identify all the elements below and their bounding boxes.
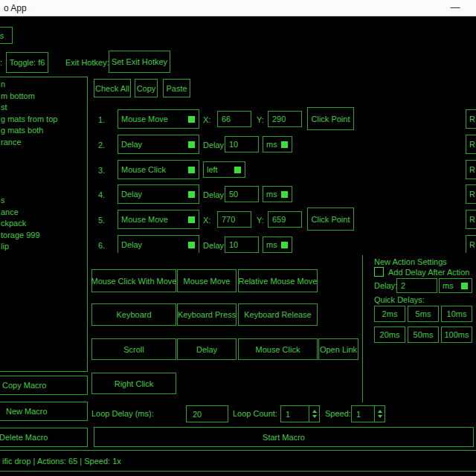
action-row: 6. Delay Delay ms R [89, 235, 476, 253]
macro-list-item[interactable]: g mats from top [0, 114, 87, 126]
quick-delay-20ms-button[interactable]: 20ms [374, 327, 405, 343]
quick-delay-5ms-button[interactable]: 5ms [408, 306, 439, 322]
add-right-click-button[interactable]: Right Click [91, 373, 176, 394]
macro-list-item[interactable]: rance [0, 137, 87, 149]
delay-input[interactable] [225, 186, 259, 202]
stepper-arrows[interactable] [374, 406, 385, 422]
nas-delay-unit-dropdown[interactable]: ms [439, 278, 472, 293]
toggle-hotkey-button[interactable]: Toggle: f6 [6, 52, 48, 73]
action-number: 5. [98, 216, 105, 225]
remove-action-button[interactable]: R [466, 235, 476, 253]
loop-count-label: Loop Count: [233, 409, 277, 419]
action-type-dropdown[interactable]: Mouse Click [118, 160, 199, 179]
click-point-button[interactable]: Click Point [307, 107, 354, 130]
x-input[interactable] [217, 211, 251, 228]
macro-list-item[interactable] [0, 149, 87, 161]
quick-delay-50ms-button[interactable]: 50ms [408, 327, 439, 343]
quick-delay-100ms-button[interactable]: 100ms [441, 327, 472, 343]
add-delay-button[interactable]: Delay [177, 338, 237, 360]
quick-delay-2ms-button[interactable]: 2ms [374, 306, 405, 322]
loop-delay-input[interactable] [186, 405, 228, 422]
x-input[interactable] [217, 111, 251, 127]
remove-action-button[interactable]: R [466, 135, 476, 154]
add-mouse-click-with-move-button[interactable]: Mouse Click With Move [91, 269, 176, 292]
set-exit-hotkey-button[interactable]: Set Exit Hotkey [109, 51, 170, 73]
action-number: 4. [98, 190, 105, 199]
add-mouse-click-button[interactable]: Mouse Click [238, 338, 318, 360]
action-number: 1. [98, 115, 105, 124]
stepper-up-icon[interactable] [312, 410, 317, 413]
action-row: 1. Mouse Move X: Y: Click Point R [89, 109, 476, 133]
action-type-dropdown[interactable]: Delay [118, 184, 199, 204]
stepper-down-icon[interactable] [378, 415, 382, 418]
click-point-button[interactable]: Click Point [307, 208, 354, 231]
macro-list-item[interactable]: n [0, 79, 87, 91]
stepper-down-icon[interactable] [312, 415, 317, 418]
check-all-button[interactable]: Check All [94, 79, 131, 97]
remove-action-button[interactable]: R [466, 109, 476, 129]
action-type-dropdown[interactable]: Mouse Move [118, 210, 199, 229]
add-delay-after-action-checkbox[interactable] [374, 267, 384, 277]
action-type-dropdown[interactable]: Delay [118, 235, 199, 253]
add-keyboard-release-button[interactable]: Keyboard Release [238, 303, 318, 326]
action-number: 2. [98, 141, 105, 149]
dropdown-indicator-icon [188, 216, 195, 223]
remove-action-button[interactable]: R [466, 210, 476, 229]
add-relative-mouse-move-button[interactable]: Relative Mouse Move [238, 269, 318, 292]
stepper-up-icon[interactable] [378, 410, 382, 413]
speed-stepper[interactable] [351, 405, 385, 422]
delay-input[interactable] [225, 136, 259, 152]
action-type-dropdown[interactable]: Delay [118, 135, 199, 154]
tab-settings[interactable]: gs [0, 27, 13, 44]
add-open-link-button[interactable]: Open Link [318, 338, 358, 360]
dropdown-indicator-icon [234, 167, 241, 173]
delete-macro-button[interactable]: Delete Macro [0, 428, 88, 447]
macro-list-item[interactable]: ance [0, 207, 87, 219]
start-macro-button[interactable]: Start Macro [94, 427, 474, 447]
copy-macro-button[interactable]: Copy Macro [0, 376, 88, 395]
delay-unit-dropdown[interactable]: ms [263, 136, 292, 152]
macro-list-item[interactable]: st [0, 102, 87, 114]
macro-list-item[interactable] [0, 183, 87, 195]
macro-list-item[interactable]: lip [0, 241, 87, 253]
mouse-button-dropdown[interactable]: left [203, 161, 245, 178]
add-keyboard-press-button[interactable]: Keyboard Press [177, 303, 237, 326]
action-type-dropdown[interactable]: Mouse Move [118, 109, 199, 129]
nas-delay-input[interactable] [396, 278, 437, 293]
loop-count-stepper[interactable] [280, 405, 320, 422]
add-mouse-move-button[interactable]: Mouse Move [177, 269, 237, 292]
delay-label: Delay [203, 190, 224, 200]
macro-list-item[interactable] [0, 160, 87, 172]
copy-actions-button[interactable]: Copy [135, 79, 158, 97]
speed-input[interactable] [352, 406, 374, 422]
titlebar: o App — [0, 0, 476, 16]
quick-delay-10ms-button[interactable]: 10ms [441, 306, 472, 322]
macro-list-item[interactable] [0, 172, 87, 184]
action-number: 3. [98, 166, 105, 175]
y-input[interactable] [268, 211, 302, 228]
add-keyboard-button[interactable]: Keyboard [91, 303, 176, 326]
action-row: 2. Delay Delay ms R [89, 135, 476, 158]
status-bar: ific drop | Actions: 65 | Speed: 1x [0, 450, 476, 472]
delay-unit-dropdown[interactable]: ms [263, 237, 292, 253]
y-input[interactable] [268, 111, 302, 127]
delay-unit-dropdown[interactable]: ms [263, 186, 292, 202]
macro-list[interactable]: n m bottom st g mats from top g mats bot… [0, 77, 88, 372]
macro-list-item[interactable]: s [0, 195, 87, 207]
remove-action-button[interactable]: R [466, 184, 476, 204]
stepper-arrows[interactable] [309, 406, 319, 422]
macro-list-item[interactable]: m bottom [0, 91, 87, 103]
macro-list-item[interactable]: torage 999 [0, 230, 87, 242]
loop-count-input[interactable] [281, 406, 309, 422]
dropdown-indicator-icon [188, 167, 195, 173]
paste-actions-button[interactable]: Paste [163, 79, 190, 97]
new-macro-button[interactable]: New Macro [0, 402, 88, 421]
macro-list-item[interactable]: ckpack [0, 218, 87, 230]
remove-action-button[interactable]: R [466, 160, 476, 179]
delay-input[interactable] [225, 237, 259, 253]
tab-label: gs [0, 31, 4, 40]
macro-list-item[interactable]: g mats both [0, 125, 87, 137]
minimize-button[interactable]: — [446, 1, 464, 15]
action-row: 4. Delay Delay ms R [89, 184, 476, 208]
add-scroll-button[interactable]: Scroll [91, 338, 176, 360]
